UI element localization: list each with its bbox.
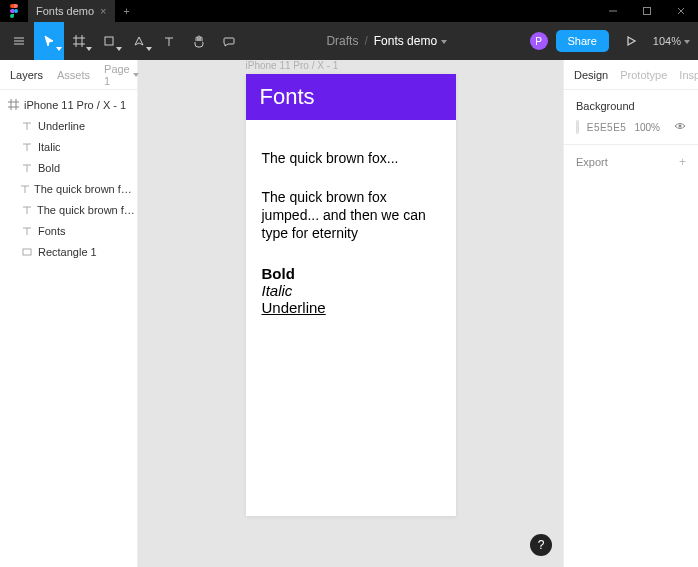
present-button[interactable] bbox=[617, 29, 645, 53]
svg-rect-12 bbox=[105, 37, 113, 45]
visibility-toggle-icon[interactable] bbox=[674, 120, 686, 134]
text-layer-icon bbox=[20, 184, 30, 194]
background-hex[interactable]: E5E5E5 bbox=[587, 122, 627, 133]
toolbar: Drafts / Fonts demo P Share 104% bbox=[0, 22, 698, 60]
file-tab-label: Fonts demo bbox=[36, 5, 94, 17]
comment-tool[interactable] bbox=[214, 22, 244, 60]
shape-tool[interactable] bbox=[94, 22, 124, 60]
frame-iphone[interactable]: iPhone 11 Pro / X - 1 Fonts The quick br… bbox=[246, 74, 456, 516]
close-tab-icon[interactable]: × bbox=[100, 5, 106, 17]
layer-label: The quick brown fox... bbox=[37, 204, 137, 216]
tab-inspect[interactable]: Inspect bbox=[679, 69, 698, 81]
rectangle-layer-icon bbox=[20, 247, 34, 257]
frame-name-label[interactable]: iPhone 11 Pro / X - 1 bbox=[246, 60, 339, 71]
text-italic[interactable]: Italic bbox=[262, 282, 440, 299]
minimize-window-icon[interactable] bbox=[596, 0, 630, 22]
left-panel-tabs: Layers Assets Page 1 bbox=[0, 60, 137, 90]
zoom-dropdown[interactable]: 104% bbox=[653, 35, 690, 47]
canvas[interactable]: iPhone 11 Pro / X - 1 Fonts The quick br… bbox=[138, 60, 563, 567]
layer-text[interactable]: Italic bbox=[0, 136, 137, 157]
new-tab-button[interactable]: + bbox=[116, 0, 138, 22]
file-tab[interactable]: Fonts demo × bbox=[28, 0, 116, 22]
layer-label: Bold bbox=[38, 162, 60, 174]
layer-list: iPhone 11 Pro / X - 1 Underline Italic B… bbox=[0, 90, 137, 266]
right-panel-tabs: Design Prototype Inspect bbox=[564, 60, 698, 90]
close-window-icon[interactable] bbox=[664, 0, 698, 22]
svg-point-0 bbox=[14, 9, 18, 13]
export-title: Export bbox=[576, 156, 608, 168]
layer-text[interactable]: Bold bbox=[0, 157, 137, 178]
hand-tool[interactable] bbox=[184, 22, 214, 60]
background-swatch[interactable] bbox=[576, 120, 579, 134]
move-tool[interactable] bbox=[34, 22, 64, 60]
frame-body: The quick brown fox... The quick brown f… bbox=[246, 120, 456, 516]
layer-text[interactable]: The quick brown fox jumped...... bbox=[0, 178, 137, 199]
page-selector[interactable]: Page 1 bbox=[104, 63, 139, 87]
background-title: Background bbox=[576, 100, 686, 112]
layer-label: Fonts bbox=[38, 225, 66, 237]
background-row[interactable]: E5E5E5 100% bbox=[576, 120, 686, 134]
breadcrumb-separator: / bbox=[364, 34, 367, 48]
left-panel: Layers Assets Page 1 iPhone 11 Pro / X -… bbox=[0, 60, 138, 567]
tab-design[interactable]: Design bbox=[574, 69, 608, 81]
text-layer-icon bbox=[20, 226, 34, 236]
zoom-label: 104% bbox=[653, 35, 681, 47]
layer-label: Rectangle 1 bbox=[38, 246, 97, 258]
frame-icon bbox=[6, 99, 20, 110]
file-name-dropdown[interactable]: Fonts demo bbox=[374, 34, 447, 48]
layer-text[interactable]: Fonts bbox=[0, 220, 137, 241]
breadcrumb: Drafts / Fonts demo bbox=[244, 34, 530, 48]
background-opacity[interactable]: 100% bbox=[634, 122, 660, 133]
text-layer-icon bbox=[20, 121, 34, 131]
svg-rect-31 bbox=[23, 249, 31, 255]
layer-label: Underline bbox=[38, 120, 85, 132]
breadcrumb-root[interactable]: Drafts bbox=[326, 34, 358, 48]
tab-assets[interactable]: Assets bbox=[57, 69, 90, 81]
text-underline[interactable]: Underline bbox=[262, 299, 440, 316]
text-tool[interactable] bbox=[154, 22, 184, 60]
header-rectangle[interactable]: Fonts bbox=[246, 74, 456, 120]
export-section: Export + bbox=[564, 145, 698, 179]
text-layer-icon bbox=[20, 142, 34, 152]
text-bold[interactable]: Bold bbox=[262, 265, 440, 282]
svg-rect-2 bbox=[644, 8, 651, 15]
right-panel: Design Prototype Inspect Background E5E5… bbox=[563, 60, 698, 567]
layer-label: The quick brown fox jumped...... bbox=[34, 183, 137, 195]
header-text: Fonts bbox=[260, 84, 315, 109]
svg-point-32 bbox=[679, 125, 682, 128]
main-area: Layers Assets Page 1 iPhone 11 Pro / X -… bbox=[0, 60, 698, 567]
layer-rectangle[interactable]: Rectangle 1 bbox=[0, 241, 137, 262]
frame-tool[interactable] bbox=[64, 22, 94, 60]
main-menu-button[interactable] bbox=[4, 22, 34, 60]
tab-prototype[interactable]: Prototype bbox=[620, 69, 667, 81]
layer-label: Italic bbox=[38, 141, 61, 153]
page-label: Page 1 bbox=[104, 63, 130, 87]
pen-tool[interactable] bbox=[124, 22, 154, 60]
text-sample-2[interactable]: The quick brown fox jumped... and then w… bbox=[262, 188, 440, 243]
layer-frame-label: iPhone 11 Pro / X - 1 bbox=[24, 99, 126, 111]
titlebar: Fonts demo × + bbox=[0, 0, 698, 22]
maximize-window-icon[interactable] bbox=[630, 0, 664, 22]
layer-frame[interactable]: iPhone 11 Pro / X - 1 bbox=[0, 94, 137, 115]
tab-layers[interactable]: Layers bbox=[10, 69, 43, 81]
layer-text[interactable]: Underline bbox=[0, 115, 137, 136]
user-avatar[interactable]: P bbox=[530, 32, 548, 50]
background-section: Background E5E5E5 100% bbox=[564, 90, 698, 145]
text-sample-1[interactable]: The quick brown fox... bbox=[262, 150, 440, 166]
help-button[interactable]: ? bbox=[530, 534, 552, 556]
file-name-label: Fonts demo bbox=[374, 34, 437, 48]
add-export-button[interactable]: + bbox=[679, 155, 686, 169]
figma-logo-icon[interactable] bbox=[0, 0, 28, 22]
text-layer-icon bbox=[20, 205, 33, 215]
share-button[interactable]: Share bbox=[556, 30, 609, 52]
layer-text[interactable]: The quick brown fox... bbox=[0, 199, 137, 220]
text-layer-icon bbox=[20, 163, 34, 173]
